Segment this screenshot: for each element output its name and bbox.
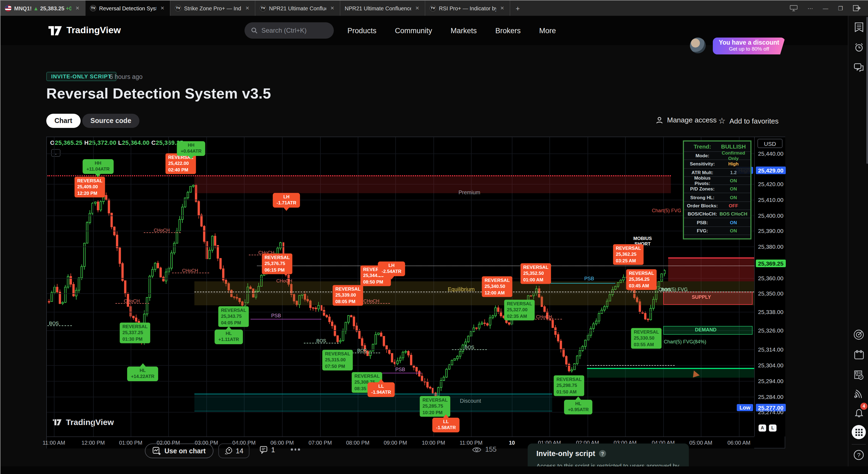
minimize-icon[interactable]: — (823, 5, 828, 11)
nav-item-community[interactable]: Community (395, 26, 432, 35)
feed-rss-icon[interactable] (853, 388, 865, 400)
main-nav: ProductsCommunityMarketsBrokersMore (347, 16, 556, 45)
chart-level-line (257, 266, 754, 266)
price-axis-label: 25,294.00 (758, 378, 783, 384)
chart-annotation-choch: CHoCH (154, 228, 170, 233)
tab-title: Reversal Detection System v (99, 5, 157, 11)
tab-title: NPR21 Ultimate Confluence (269, 5, 327, 11)
reversal-marker: REVERSAL25,376.7506:15 PM (262, 253, 293, 275)
tab-close-icon[interactable]: ✕ (499, 5, 505, 11)
tradingview-logo-mark (49, 26, 63, 35)
chart-level-line (48, 175, 671, 176)
chart-annotation-choch: CHoCH (276, 278, 292, 283)
tradingview-favicon: TV (430, 5, 436, 11)
restore-window-icon[interactable]: ❐ (838, 5, 843, 11)
tab-chart[interactable]: Chart (46, 114, 80, 128)
reversal-marker: REVERSAL25,327.0002:35 AM (504, 300, 535, 321)
tab-quote-mnq1[interactable]: MNQ1! ▲ 25,383.25 +0.12% ✕ (1, 1, 86, 16)
price-axis-label: 25,326.00 (758, 327, 783, 334)
ohlc-c-label: C (151, 139, 156, 146)
more-options-icon[interactable]: ⋯ (808, 5, 813, 11)
screener-radar-icon[interactable] (853, 329, 865, 341)
help-icon[interactable]: ? (853, 449, 865, 461)
us-flag-icon (5, 5, 11, 11)
tab-close-icon[interactable]: ✕ (74, 5, 81, 11)
chart-annotation-mobius: MOBIUS (633, 236, 652, 241)
alerts-clock-icon[interactable] (853, 41, 865, 53)
trend-row: FVG:ON (684, 227, 750, 235)
news-report-icon[interactable] (853, 369, 865, 381)
tab-close-icon[interactable]: ✕ (329, 5, 335, 11)
discount-banner-button[interactable]: You have a discount Get up to 80% off (713, 38, 785, 55)
manage-access-button[interactable]: Manage access (656, 116, 717, 124)
exit-fullscreen-icon[interactable] (853, 5, 861, 11)
chart-annotation-choch: CHoCH (124, 298, 140, 304)
reversal-marker: REVERSAL25,343.7504:05 PM (218, 306, 249, 327)
use-on-chart-button[interactable]: Use on chart (145, 443, 213, 458)
log-scale-button[interactable]: L (769, 425, 777, 432)
chart-annotation-choch: CHoCH (182, 268, 198, 273)
price-axis-label: 25,390.00 (758, 228, 783, 234)
price-axis-label: 25,338.00 (758, 309, 783, 315)
tab-close-icon[interactable]: ✕ (414, 5, 421, 11)
trend-row: BOS/CHoCH:BOS CHoCH (684, 210, 750, 218)
avatar[interactable] (690, 38, 706, 53)
trend-row: Order Blocks:OFF (684, 202, 750, 210)
tab-npr21-confluence[interactable]: TV NPR21 Ultimate Confluence ✕ (255, 1, 340, 16)
ohlc-o-value: 25,365.25 (55, 139, 84, 146)
trend-row: Strong HL:ON (684, 194, 750, 202)
trend-dashboard-panel: Trend:BULLISHMode:Confirmed OnlySensitiv… (683, 140, 751, 239)
tab-strike-zone[interactable]: TV Strike Zone Pro+ — Indicato ✕ (170, 1, 255, 16)
chart-annotation-bos: BOS (316, 338, 326, 343)
pivot-label-hh: HH+11.04ATR (83, 159, 113, 174)
help-circle-icon[interactable]: ? (599, 450, 606, 457)
boost-button[interactable]: 14 (218, 443, 249, 458)
price-axis-label: 25,284.00 (758, 394, 783, 400)
nav-item-more[interactable]: More (539, 26, 556, 35)
more-actions-button[interactable] (291, 448, 300, 450)
price-axis-label: 25,400.00 (758, 212, 783, 219)
reversal-marker: REVERSAL25,340.5012:00 AM (482, 276, 513, 297)
ohlc-h-label: H (84, 139, 89, 146)
calendar-icon[interactable] (853, 349, 865, 361)
comments-button[interactable]: 1 (260, 446, 275, 454)
chart-level-line (382, 373, 422, 373)
tab-title: MNQ1! ▲ 25,383.25 +0.12% (14, 5, 72, 11)
reversal-marker: REVERSAL25,409.0012:20 PM (74, 177, 105, 198)
price-axis-label: 25,350.00 (758, 290, 783, 297)
add-favorites-button[interactable]: ☆ Add to favorites (718, 116, 779, 126)
apps-grid-icon[interactable] (852, 425, 866, 439)
grid-line-horizontal (47, 200, 754, 200)
display-icon[interactable] (789, 5, 798, 11)
nav-item-markets[interactable]: Markets (451, 26, 477, 35)
chart-level-line (250, 319, 321, 319)
price-axis-label: 25,420.00 (758, 181, 783, 187)
nav-item-products[interactable]: Products (347, 26, 377, 35)
tab-rsi-pro[interactable]: TV RSI Pro+ — Indicator by NPR ✕ (425, 1, 510, 16)
chart-plot[interactable]: O25,365.25 H25,372.00 L25,364.00 C25,369… (47, 137, 754, 436)
tab-title: Strike Zone Pro+ — Indicato (184, 5, 242, 11)
tab-npr21-dashboard[interactable]: NPR21 Ultimate Confluence Das ✕ (340, 1, 425, 16)
auto-scale-button[interactable]: A (758, 425, 766, 432)
browser-tab-bar: MNQ1! ▲ 25,383.25 +0.12% ✕ TV Reversal D… (1, 1, 868, 16)
rocket-icon (224, 447, 232, 455)
nav-item-brokers[interactable]: Brokers (495, 26, 521, 35)
collapse-chevron-button[interactable]: ⌄ (51, 149, 60, 157)
reversal-marker: REVERSAL25,337.2501:30 PM (120, 323, 151, 344)
tab-close-icon[interactable]: ✕ (244, 5, 250, 11)
reversal-marker: REVERSAL25,298.7501:50 AM (554, 375, 585, 397)
currency-button[interactable]: USD (757, 139, 782, 148)
tab-reversal-detection[interactable]: TV Reversal Detection System v ✕ (86, 1, 170, 16)
price-axis[interactable]: USD A L 25,440.0025,429.0025,420.0025,41… (754, 137, 785, 436)
chat-icon[interactable] (853, 62, 865, 73)
reversal-marker: REVERSAL25,352.5001:00 AM (521, 263, 551, 284)
search-input[interactable]: Search (Ctrl+K) (245, 22, 334, 39)
notifications-bell-icon[interactable]: 4 (853, 406, 865, 418)
new-tab-button[interactable]: + (510, 1, 525, 16)
price-axis-label: 25,304.00 (758, 362, 783, 368)
tab-source-code[interactable]: Source code (82, 114, 140, 128)
tradingview-logo[interactable]: TradingView (49, 25, 121, 36)
watchlist-icon[interactable] (853, 21, 865, 33)
scrollbar-thumb[interactable] (866, 17, 868, 164)
tab-close-icon[interactable]: ✕ (159, 5, 165, 11)
